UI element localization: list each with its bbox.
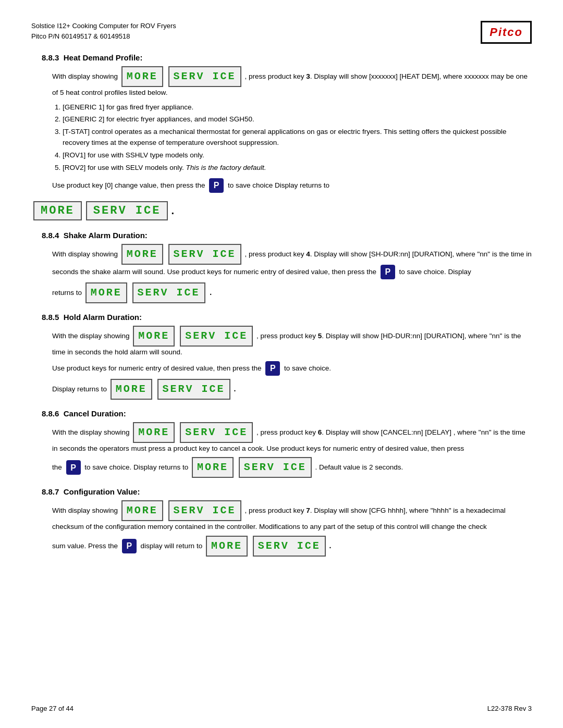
section-883-para1: With display showing MORE SERV ICE , pre… — [52, 66, 532, 98]
logo-accent: i — [498, 26, 503, 39]
section-884-para1: With display showing MORE SERV ICE , pre… — [52, 244, 532, 279]
display-more-887: MORE — [121, 500, 163, 521]
section-884: 8.8.4 Shake Alarm Duration: With display… — [31, 231, 532, 303]
display-more-884b: MORE — [85, 282, 127, 303]
display-service-885b: SERV ICE — [157, 379, 230, 400]
section-887: 8.8.7 Configuration Value: With display … — [31, 487, 532, 557]
section-887-para1: With display showing MORE SERV ICE , pre… — [52, 500, 532, 533]
header-left: Solstice I12+ Cooking Computer for ROV F… — [31, 21, 176, 41]
logo-text: P — [489, 26, 498, 39]
p-button-887: P — [122, 539, 137, 553]
display-service-884: SERV ICE — [168, 244, 241, 265]
display-service-885: SERV ICE — [180, 326, 253, 347]
section-883-para2: Use product key [0] change value, then p… — [52, 178, 532, 193]
section-887-title: 8.8.7 Configuration Value: — [42, 487, 532, 496]
logo-text2: tco — [503, 26, 523, 39]
section-885-title: 8.8.5 Hold Alarm Duration: — [42, 313, 532, 322]
display-more-large-883: MORE — [33, 201, 82, 220]
list-item: [GENERIC 2] for electric fryer appliance… — [63, 114, 532, 125]
list-item: [GENERIC 1] for gas fired fryer applianc… — [63, 102, 532, 113]
display-service-887b: SERV ICE — [253, 536, 326, 557]
section-887-para2: sum value. Press the P display will retu… — [52, 536, 532, 557]
section-883-list: [GENERIC 1] for gas fired fryer applianc… — [63, 102, 532, 174]
section-885-para1: With the display showing MORE SERV ICE ,… — [52, 326, 532, 358]
dot-suffix-884: . — [210, 288, 212, 297]
section-883-display-line: MORE SERV ICE . — [31, 200, 532, 221]
page: Solstice I12+ Cooking Computer for ROV F… — [0, 0, 563, 728]
p-button-885: P — [265, 361, 280, 376]
display-more-887b: MORE — [206, 536, 248, 557]
section-883-title: 8.8.3 Heat Demand Profile: — [42, 53, 532, 62]
display-more-884: MORE — [121, 244, 163, 265]
display-more-886b: MORE — [192, 457, 234, 478]
section-884-para2: returns to MORE SERV ICE . — [52, 282, 532, 303]
page-header: Solstice I12+ Cooking Computer for ROV F… — [31, 21, 532, 44]
display-service-886: SERV ICE — [180, 422, 253, 443]
list-item: [ROV2] for use with SELV models only. Th… — [63, 162, 532, 174]
p-button-883: P — [209, 178, 224, 193]
display-more-883: MORE — [121, 66, 163, 87]
display-service-887: SERV ICE — [168, 500, 241, 521]
list-item: [T-STAT] control operates as a mechanica… — [63, 126, 532, 149]
section-885-para3: Display returns to MORE SERV ICE . — [52, 379, 532, 400]
display-service-884b: SERV ICE — [132, 282, 205, 303]
page-footer: Page 27 of 44 L22-378 Rev 3 — [31, 705, 532, 712]
display-more-885b: MORE — [111, 379, 152, 400]
footer-page: Page 27 of 44 — [31, 705, 74, 712]
section-885-para2: Use product keys for numeric entry of de… — [52, 361, 532, 376]
display-more-886: MORE — [133, 422, 175, 443]
section-884-title: 8.8.4 Shake Alarm Duration: — [42, 231, 532, 240]
section-886-para2: the P to save choice. Display returns to… — [52, 457, 532, 478]
display-more-885: MORE — [133, 326, 175, 347]
section-886-title: 8.8.6 Cancel Duration: — [42, 409, 532, 418]
section-886: 8.8.6 Cancel Duration: With the display … — [31, 409, 532, 478]
list-item: [ROV1] for use with SSHLV type models on… — [63, 150, 532, 161]
doc-title-line1: Solstice I12+ Cooking Computer for ROV F… — [31, 21, 176, 31]
section-886-para1: With the display showing MORE SERV ICE ,… — [52, 422, 532, 454]
doc-title-line2: Pitco P/N 60149517 & 60149518 — [31, 31, 176, 42]
section-883: 8.8.3 Heat Demand Profile: With display … — [31, 53, 532, 221]
display-service-large-883: SERV ICE — [86, 201, 168, 220]
p-button-886: P — [66, 460, 81, 475]
section-885: 8.8.5 Hold Alarm Duration: With the disp… — [31, 313, 532, 400]
dot-suffix-883: . — [171, 205, 174, 217]
display-service-886b: SERV ICE — [239, 457, 312, 478]
display-service-883: SERV ICE — [168, 66, 241, 87]
pitco-logo: Pitco — [481, 21, 532, 44]
p-button-884: P — [381, 265, 395, 279]
footer-doc: L22-378 Rev 3 — [487, 705, 532, 712]
